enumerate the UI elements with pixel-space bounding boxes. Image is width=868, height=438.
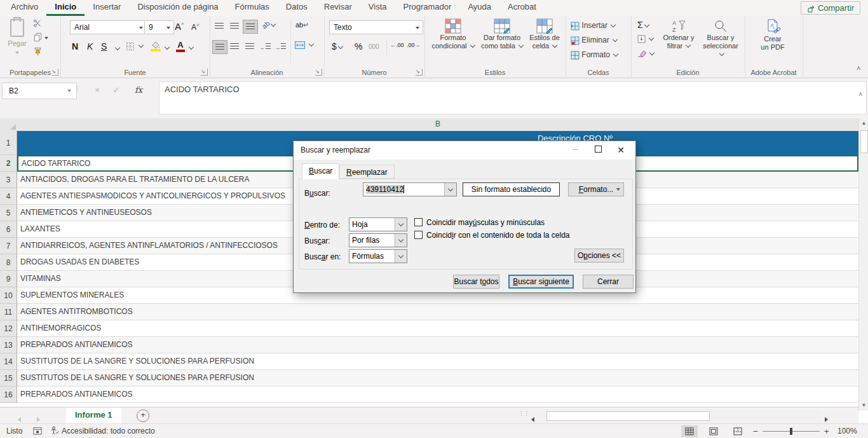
ribbon-tab-f-rmulas[interactable]: Fórmulas <box>227 0 278 14</box>
sort-filter-button[interactable]: AZ Ordenar y filtrar <box>659 18 698 50</box>
ribbon-tab-vista[interactable]: Vista <box>360 0 395 14</box>
format-cells-dropdown-icon[interactable] <box>613 51 618 57</box>
tab-reemplazar[interactable]: Reemplazar <box>339 165 395 179</box>
ribbon-tab-disposici-n-de-p-gina[interactable]: Disposición de página <box>129 0 226 14</box>
row-header[interactable]: 8 <box>0 254 17 271</box>
ribbon-tab-acrobat[interactable]: Acrobat <box>499 0 545 14</box>
within-select[interactable]: Hoja <box>349 217 407 231</box>
format-cells-button[interactable]: Formato <box>571 50 618 60</box>
row-header[interactable]: 4 <box>0 188 17 205</box>
vertical-scrollbar[interactable]: ▲ ▼ <box>858 118 868 411</box>
merge-dropdown-icon[interactable] <box>309 41 314 46</box>
ribbon-tab-revisar[interactable]: Revisar <box>316 0 360 14</box>
accessibility-status[interactable]: Accesibilidad: todo correcto <box>62 427 155 435</box>
grow-font-button[interactable]: A˄ <box>175 21 184 32</box>
look-in-dropdown-icon[interactable] <box>395 250 407 263</box>
fill-button[interactable] <box>637 34 653 43</box>
page-layout-view-button[interactable] <box>705 425 722 437</box>
number-format-combo[interactable]: Texto <box>329 20 423 34</box>
increase-indent-button[interactable]: → <box>273 40 287 53</box>
wrap-text-button[interactable]: ab↵ <box>295 21 309 29</box>
share-button[interactable]: Compartir <box>801 1 860 15</box>
fill-color-dropdown-icon[interactable] <box>165 44 170 50</box>
row-header[interactable]: 14 <box>0 353 17 370</box>
cancel-button[interactable]: × <box>89 83 105 98</box>
normal-view-button[interactable] <box>681 425 698 437</box>
format-as-table-dropdown-icon[interactable] <box>519 43 524 48</box>
macro-record-icon[interactable] <box>33 426 43 435</box>
insert-cells-button[interactable]: Insertar <box>571 21 615 31</box>
bold-button[interactable]: N <box>72 41 78 51</box>
number-dialog-launcher[interactable]: ↘ <box>416 69 423 76</box>
row-header[interactable]: 7 <box>0 238 17 254</box>
ribbon-tab-inicio[interactable]: Inicio <box>46 0 85 16</box>
delete-cells-button[interactable]: Eliminar <box>571 36 617 45</box>
name-box-dropdown-icon[interactable] <box>67 90 71 92</box>
insert-dropdown-icon[interactable] <box>611 22 616 27</box>
alignment-dialog-launcher[interactable]: ↘ <box>315 69 322 76</box>
paste-button[interactable]: Pegar <box>4 19 31 56</box>
row-header[interactable]: 2 <box>0 155 17 172</box>
percent-button[interactable]: % <box>355 41 362 51</box>
search-direction-dropdown-icon[interactable] <box>395 234 407 247</box>
vertical-scroll-thumb[interactable] <box>860 130 868 153</box>
autosum-button[interactable]: Σ <box>637 20 649 30</box>
zoom-out-button[interactable]: − <box>753 427 758 436</box>
sheet-tab-informe1[interactable]: Informe 1 <box>66 407 121 425</box>
row-header[interactable]: 3 <box>0 172 17 188</box>
clear-dropdown-icon[interactable] <box>649 50 654 55</box>
ribbon-tab-programador[interactable]: Programador <box>395 0 460 14</box>
ribbon-tab-archivo[interactable]: Archivo <box>3 0 46 14</box>
font-color-button[interactable]: A <box>176 40 185 52</box>
formula-bar-expand-icon[interactable]: ˄ <box>858 91 862 98</box>
format-as-table-button[interactable]: Dar formato como tabla <box>479 18 525 50</box>
column-header-b[interactable]: B <box>17 118 858 132</box>
page-break-view-button[interactable] <box>729 425 746 437</box>
merge-center-button[interactable] <box>294 40 313 50</box>
formula-input[interactable]: ACIDO TARTARICO ˄ <box>159 81 867 114</box>
font-dialog-launcher[interactable]: ↘ <box>201 69 208 76</box>
align-middle-button[interactable] <box>227 20 241 32</box>
match-entire-cell-label[interactable]: Coincidir con el contenido de toda la ce… <box>426 231 570 240</box>
maximize-icon[interactable] <box>587 141 609 160</box>
cell[interactable]: PREPARADOS ANTIANEMICOS <box>17 387 858 403</box>
borders-button[interactable] <box>125 41 143 51</box>
underline-button[interactable]: S <box>101 41 107 51</box>
close-button[interactable]: Cerrar <box>583 275 634 289</box>
scroll-down-icon[interactable]: ▼ <box>859 400 868 411</box>
insert-function-button[interactable]: fx <box>130 83 147 98</box>
delete-dropdown-icon[interactable] <box>613 37 618 42</box>
cell-styles-dropdown-icon[interactable] <box>552 43 557 48</box>
decrease-decimal-button[interactable]: .00→ <box>407 42 421 48</box>
cell[interactable]: PREPARADOS ANTIANEMICOS <box>17 337 858 353</box>
row-header[interactable]: 12 <box>0 320 17 337</box>
zoom-slider[interactable] <box>763 431 820 432</box>
collapse-ribbon-icon[interactable]: ˄ <box>857 64 860 72</box>
cell[interactable]: ANTIHEMORRAGICOS <box>17 320 858 337</box>
zoom-level[interactable]: 100% <box>837 427 857 435</box>
align-left-button[interactable] <box>212 40 227 54</box>
search-direction-select[interactable]: Por filas <box>349 233 407 247</box>
shrink-font-button[interactable]: A˅ <box>191 22 200 32</box>
orientation-button[interactable]: ab <box>262 21 275 29</box>
tab-splitter-handle[interactable]: ⋮⋮ <box>519 410 529 416</box>
row-header[interactable]: 15 <box>0 370 17 387</box>
borders-dropdown-icon[interactable] <box>139 43 144 48</box>
row-header[interactable]: 11 <box>0 304 17 320</box>
format-painter-button[interactable] <box>33 47 43 57</box>
align-top-button[interactable] <box>212 20 226 32</box>
font-color-dropdown-icon[interactable] <box>189 44 194 50</box>
clipboard-dialog-launcher[interactable]: ↘ <box>51 69 58 76</box>
currency-button[interactable]: $ <box>332 41 342 51</box>
cut-button[interactable] <box>33 18 43 28</box>
copy-button[interactable] <box>33 32 48 42</box>
align-center-button[interactable] <box>227 40 241 53</box>
cell[interactable]: SUSTITUTOS DE LA SANGRE Y SOLUCIONES PAR… <box>17 353 858 370</box>
find-what-dropdown-icon[interactable] <box>444 183 456 196</box>
select-all-corner[interactable] <box>0 118 18 132</box>
italic-button[interactable]: K <box>87 41 93 51</box>
horizontal-scrollbar[interactable] <box>543 411 820 420</box>
format-button[interactable]: Formato... <box>568 182 624 196</box>
ribbon-tab-insertar[interactable]: Insertar <box>85 0 129 14</box>
copy-dropdown-icon[interactable] <box>44 37 48 39</box>
